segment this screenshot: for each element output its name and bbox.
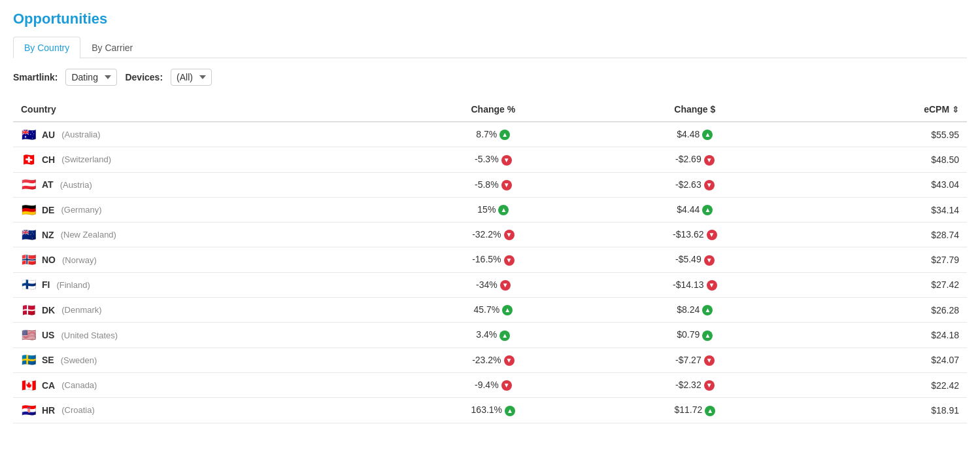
table-row: 🇳🇿 NZ (New Zealand) -32.2%▼-$13.62▼$28.7… [13, 223, 967, 247]
country-cell: 🇦🇹 AT (Austria) [13, 172, 392, 197]
down-icon: ▼ [707, 280, 717, 291]
change-dollar-cell: -$2.32▼ [594, 372, 796, 397]
ecpm-cell: $24.18 [796, 323, 967, 348]
down-icon: ▼ [504, 355, 515, 366]
flag-icon: 🇩🇰 [21, 305, 37, 315]
flag-icon: 🇫🇮 [21, 279, 37, 290]
country-cell: 🇸🇪 SE (Sweden) [13, 348, 392, 372]
change-dollar-value: -$2.63 [675, 179, 701, 190]
devices-label: Devices: [125, 72, 163, 82]
filters-row: Smartlink: Dating Devices: (All) [13, 69, 967, 86]
ecpm-cell: $48.50 [796, 147, 967, 172]
up-icon: ▲ [498, 205, 509, 215]
country-name: (Austria) [60, 180, 92, 190]
change-dollar-cell: $4.44▲ [594, 197, 796, 222]
country-name: (Australia) [61, 130, 100, 139]
table-row: 🇦🇹 AT (Austria) -5.8%▼-$2.63▼$43.04 [13, 172, 967, 197]
down-icon: ▼ [504, 230, 515, 240]
flag-icon: 🇺🇸 [21, 330, 37, 340]
down-icon: ▼ [500, 280, 511, 291]
change-pct-cell: 3.4%▲ [392, 323, 594, 348]
change-dollar-value: -$7.27 [675, 355, 701, 365]
flag-icon: 🇩🇪 [21, 205, 37, 215]
change-dollar-cell: -$14.13▼ [594, 272, 796, 297]
change-pct-cell: -16.5%▼ [392, 247, 594, 272]
tab-by-carrier[interactable]: By Carrier [80, 37, 144, 58]
change-pct-value: 45.7% [473, 304, 499, 315]
down-icon: ▼ [501, 180, 512, 190]
ecpm-cell: $26.28 [796, 298, 967, 323]
ecpm-cell: $28.74 [796, 223, 967, 247]
table-row: 🇸🇪 SE (Sweden) -23.2%▼-$7.27▼$24.07 [13, 348, 967, 372]
change-dollar-cell: $8.24▲ [594, 298, 796, 323]
country-cell: 🇫🇮 FI (Finland) [13, 272, 392, 297]
up-icon: ▲ [499, 130, 510, 140]
country-cell: 🇺🇸 US (United States) [13, 323, 392, 348]
change-dollar-cell: $11.72▲ [594, 398, 796, 423]
table-row: 🇨🇭 CH (Switzerland) -5.3%▼-$2.69▼$48.50 [13, 147, 967, 172]
country-cell: 🇨🇭 CH (Switzerland) [13, 147, 392, 172]
tab-by-country[interactable]: By Country [13, 37, 80, 58]
change-pct-cell: 15%▲ [392, 197, 594, 222]
change-pct-value: -23.2% [472, 355, 501, 365]
opportunities-table: Country Change % Change $ eCPM ⇕ 🇦🇺 AU (… [13, 98, 967, 423]
flag-icon: 🇳🇴 [21, 255, 37, 265]
flag-icon: 🇭🇷 [21, 405, 37, 416]
change-dollar-value: -$2.69 [675, 154, 701, 164]
flag-icon: 🇨🇭 [21, 154, 37, 165]
change-pct-value: 3.4% [476, 329, 497, 340]
country-name: (Canada) [61, 380, 97, 390]
country-name: (Finland) [56, 280, 90, 290]
country-name: (Germany) [61, 205, 101, 215]
change-dollar-value: $11.72 [674, 404, 702, 415]
down-icon: ▼ [501, 155, 512, 166]
country-code: AU [42, 130, 55, 140]
ecpm-cell: $55.95 [796, 122, 967, 147]
country-name: (Denmark) [61, 305, 101, 315]
country-code: SE [42, 355, 54, 365]
country-cell: 🇦🇺 AU (Australia) [13, 122, 392, 147]
change-pct-value: -16.5% [472, 254, 501, 264]
country-code: DK [42, 305, 55, 315]
change-pct-value: -9.4% [475, 380, 499, 390]
ecpm-cell: $22.42 [796, 372, 967, 397]
ecpm-cell: $18.91 [796, 398, 967, 423]
flag-icon: 🇦🇹 [21, 179, 37, 190]
country-name: (Croatia) [61, 405, 95, 415]
down-icon: ▼ [704, 355, 715, 366]
country-code: DE [42, 205, 54, 215]
change-pct-value: 163.1% [471, 404, 502, 415]
flag-icon: 🇸🇪 [21, 355, 37, 365]
country-code: US [42, 330, 54, 340]
ecpm-cell: $43.04 [796, 172, 967, 197]
up-icon: ▲ [702, 130, 713, 140]
devices-select[interactable]: (All) [171, 69, 212, 86]
country-name: (New Zealand) [61, 230, 116, 240]
change-pct-value: -32.2% [472, 229, 501, 240]
header-change-pct: Change % [392, 98, 594, 122]
country-code: HR [42, 405, 55, 416]
header-ecpm: eCPM ⇕ [796, 98, 967, 122]
sort-icon[interactable]: ⇕ [952, 105, 959, 115]
country-code: CH [42, 154, 55, 165]
table-row: 🇳🇴 NO (Norway) -16.5%▼-$5.49▼$27.79 [13, 247, 967, 272]
change-pct-cell: -32.2%▼ [392, 223, 594, 247]
country-cell: 🇩🇰 DK (Denmark) [13, 298, 392, 323]
ecpm-cell: $27.42 [796, 272, 967, 297]
country-code: NZ [42, 230, 54, 240]
up-icon: ▲ [702, 205, 713, 215]
country-code: AT [42, 179, 54, 190]
change-pct-cell: -34%▼ [392, 272, 594, 297]
up-icon: ▲ [505, 406, 515, 416]
smartlink-select[interactable]: Dating [65, 69, 117, 86]
country-code: CA [42, 380, 55, 391]
ecpm-cell: $24.07 [796, 348, 967, 372]
tabs-container: By Country By Carrier [13, 37, 967, 58]
table-row: 🇺🇸 US (United States) 3.4%▲$0.79▲$24.18 [13, 323, 967, 348]
change-pct-cell: -5.8%▼ [392, 172, 594, 197]
up-icon: ▲ [702, 305, 713, 315]
change-pct-cell: 163.1%▲ [392, 398, 594, 423]
change-dollar-cell: -$7.27▼ [594, 348, 796, 372]
change-pct-value: -5.3% [475, 154, 499, 164]
down-icon: ▼ [704, 255, 715, 266]
